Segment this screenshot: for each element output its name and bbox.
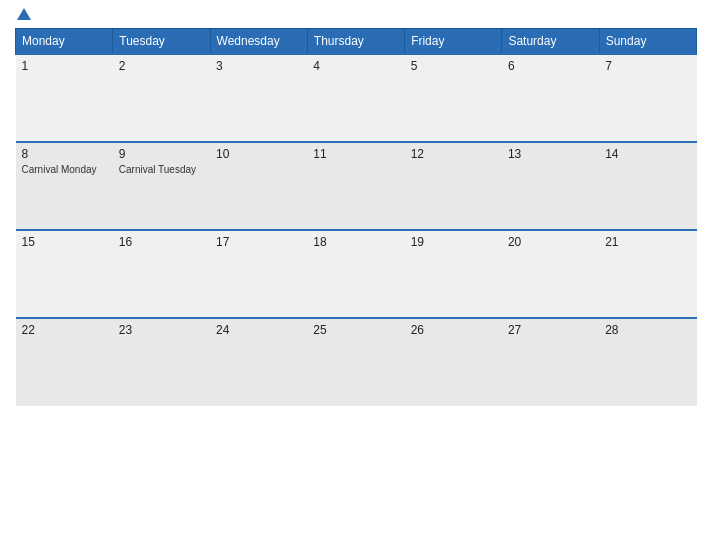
day-number: 18: [313, 235, 398, 249]
weekday-header-thursday: Thursday: [307, 29, 404, 55]
calendar-cell-4: 4: [307, 54, 404, 142]
day-number: 8: [22, 147, 107, 161]
calendar-cell-10: 10: [210, 142, 307, 230]
calendar-cell-17: 17: [210, 230, 307, 318]
calendar-week-row: 1234567: [16, 54, 697, 142]
day-number: 2: [119, 59, 204, 73]
calendar-cell-8: 8Carnival Monday: [16, 142, 113, 230]
calendar-cell-7: 7: [599, 54, 696, 142]
weekday-header-row: MondayTuesdayWednesdayThursdayFridaySatu…: [16, 29, 697, 55]
day-number: 14: [605, 147, 690, 161]
calendar-header-row: MondayTuesdayWednesdayThursdayFridaySatu…: [16, 29, 697, 55]
calendar-cell-3: 3: [210, 54, 307, 142]
day-number: 27: [508, 323, 593, 337]
calendar-cell-12: 12: [405, 142, 502, 230]
calendar-cell-9: 9Carnival Tuesday: [113, 142, 210, 230]
calendar-body: 12345678Carnival Monday9Carnival Tuesday…: [16, 54, 697, 406]
calendar-container: MondayTuesdayWednesdayThursdayFridaySatu…: [0, 0, 712, 550]
calendar-cell-18: 18: [307, 230, 404, 318]
day-number: 20: [508, 235, 593, 249]
day-number: 4: [313, 59, 398, 73]
weekday-header-friday: Friday: [405, 29, 502, 55]
calendar-cell-22: 22: [16, 318, 113, 406]
calendar-cell-6: 6: [502, 54, 599, 142]
calendar-cell-11: 11: [307, 142, 404, 230]
day-number: 3: [216, 59, 301, 73]
day-number: 1: [22, 59, 107, 73]
calendar-cell-21: 21: [599, 230, 696, 318]
calendar-cell-2: 2: [113, 54, 210, 142]
day-number: 5: [411, 59, 496, 73]
calendar-cell-16: 16: [113, 230, 210, 318]
calendar-week-row: 15161718192021: [16, 230, 697, 318]
calendar-header: [15, 10, 697, 20]
day-number: 28: [605, 323, 690, 337]
weekday-header-monday: Monday: [16, 29, 113, 55]
calendar-event: Carnival Monday: [22, 163, 107, 176]
weekday-header-sunday: Sunday: [599, 29, 696, 55]
weekday-header-tuesday: Tuesday: [113, 29, 210, 55]
day-number: 12: [411, 147, 496, 161]
day-number: 21: [605, 235, 690, 249]
calendar-cell-15: 15: [16, 230, 113, 318]
day-number: 22: [22, 323, 107, 337]
day-number: 23: [119, 323, 204, 337]
calendar-cell-28: 28: [599, 318, 696, 406]
calendar-event: Carnival Tuesday: [119, 163, 204, 176]
calendar-cell-14: 14: [599, 142, 696, 230]
day-number: 17: [216, 235, 301, 249]
calendar-grid: MondayTuesdayWednesdayThursdayFridaySatu…: [15, 28, 697, 406]
day-number: 26: [411, 323, 496, 337]
logo: [15, 10, 31, 20]
calendar-cell-20: 20: [502, 230, 599, 318]
calendar-cell-23: 23: [113, 318, 210, 406]
calendar-cell-27: 27: [502, 318, 599, 406]
calendar-cell-24: 24: [210, 318, 307, 406]
calendar-week-row: 8Carnival Monday9Carnival Tuesday1011121…: [16, 142, 697, 230]
calendar-cell-19: 19: [405, 230, 502, 318]
calendar-cell-26: 26: [405, 318, 502, 406]
day-number: 9: [119, 147, 204, 161]
calendar-cell-5: 5: [405, 54, 502, 142]
day-number: 11: [313, 147, 398, 161]
day-number: 15: [22, 235, 107, 249]
calendar-cell-1: 1: [16, 54, 113, 142]
calendar-cell-25: 25: [307, 318, 404, 406]
calendar-week-row: 22232425262728: [16, 318, 697, 406]
day-number: 19: [411, 235, 496, 249]
day-number: 25: [313, 323, 398, 337]
day-number: 13: [508, 147, 593, 161]
weekday-header-saturday: Saturday: [502, 29, 599, 55]
day-number: 7: [605, 59, 690, 73]
weekday-header-wednesday: Wednesday: [210, 29, 307, 55]
logo-triangle-icon: [17, 8, 31, 20]
day-number: 10: [216, 147, 301, 161]
day-number: 6: [508, 59, 593, 73]
day-number: 16: [119, 235, 204, 249]
day-number: 24: [216, 323, 301, 337]
calendar-cell-13: 13: [502, 142, 599, 230]
